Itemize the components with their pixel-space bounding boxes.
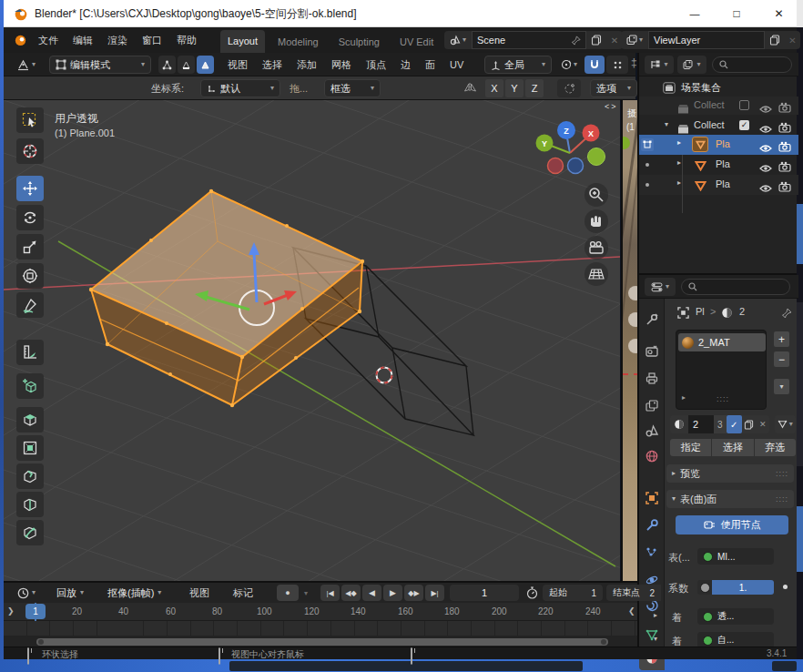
tool-loopcut[interactable]: [16, 492, 44, 517]
surface-panel-header[interactable]: ▾ 表(曲)面 ::::: [666, 490, 794, 508]
chevron-down-icon[interactable]: ▾: [304, 590, 308, 597]
factor-slider[interactable]: 1.: [712, 580, 774, 595]
next-keyframe-button[interactable]: ◆▶: [404, 585, 423, 601]
add-slot-button[interactable]: +: [774, 331, 789, 347]
viewlayer-new-button[interactable]: [765, 31, 785, 49]
play-reverse-button[interactable]: ◀: [362, 585, 381, 601]
hide-eye-icon[interactable]: [759, 101, 772, 117]
collection-checkbox-checked[interactable]: ✓: [739, 120, 749, 130]
tool-inset[interactable]: [16, 435, 44, 461]
coord-dropdown[interactable]: 默认 ▾: [200, 79, 280, 97]
playback-dropdown[interactable]: 回放 ▾: [51, 585, 89, 601]
tab-object[interactable]: [645, 492, 658, 508]
disable-render-camera-icon[interactable]: [778, 139, 791, 156]
scene-name-field[interactable]: Scene: [472, 31, 586, 49]
properties-editor-button[interactable]: ▾: [645, 278, 676, 296]
select-button[interactable]: 选择: [712, 439, 753, 456]
viewlayer-remove-button[interactable]: ✕: [785, 31, 800, 49]
select-mode-dropdown[interactable]: 框选 ▾: [324, 79, 381, 97]
minimize-button[interactable]: —: [674, 0, 716, 27]
expand-arrow-icon[interactable]: ▾: [665, 121, 668, 128]
disable-render-camera-icon[interactable]: [778, 179, 791, 196]
face-select-button[interactable]: [197, 56, 214, 74]
users-count-badge[interactable]: 3: [714, 415, 727, 433]
end-frame-field[interactable]: 结束点 2: [606, 585, 661, 601]
scene-browse-button[interactable]: ▾: [444, 31, 472, 49]
surface-shader-dropdown[interactable]: MI...: [697, 548, 774, 565]
disable-render-camera-icon[interactable]: [778, 159, 791, 176]
timeline-editor-button[interactable]: ▾: [11, 585, 42, 601]
tab-output[interactable]: [645, 372, 658, 388]
expand-arrow-icon[interactable]: ▸: [677, 159, 681, 167]
outliner-row-object-selected[interactable]: ▸ Pla: [639, 135, 798, 155]
preview-panel-header[interactable]: ▸ 预览 ::::: [666, 464, 794, 483]
shader1-dropdown[interactable]: 透...: [697, 608, 774, 625]
collection-checkbox-unchecked[interactable]: [739, 100, 749, 110]
mirror-x-button[interactable]: X: [485, 79, 503, 97]
mirror-y-button[interactable]: Y: [505, 79, 523, 97]
menu-face[interactable]: 面: [418, 53, 442, 76]
viewlayer-name-field[interactable]: ViewLayer: [648, 31, 765, 49]
proportional-edit-icon[interactable]: ‡: [631, 56, 637, 69]
snap-settings-button[interactable]: [606, 56, 628, 74]
maximize-button[interactable]: □: [716, 0, 757, 27]
tool-cursor[interactable]: [16, 138, 44, 164]
viewlayer-browse-button[interactable]: ▾: [621, 31, 648, 49]
remove-slot-button[interactable]: −: [774, 351, 789, 367]
expand-arrow-icon[interactable]: ▸: [677, 139, 681, 147]
breadcrumb-material[interactable]: 2: [739, 306, 745, 317]
tab-particles[interactable]: [645, 546, 658, 563]
deselect-button[interactable]: 弃选: [755, 439, 796, 456]
material-name-field[interactable]: 2: [688, 415, 714, 433]
outliner-row-collection2[interactable]: ▾ Collect ✓: [639, 117, 798, 135]
tool-annotate[interactable]: [16, 292, 44, 318]
menu-render[interactable]: 渲染: [100, 28, 135, 52]
properties-search[interactable]: [681, 279, 790, 295]
menu-select[interactable]: 选择: [255, 53, 290, 76]
options-dropdown[interactable]: 选项 ▾: [590, 79, 637, 97]
menu-file[interactable]: 文件: [31, 28, 66, 52]
tool-add-cube[interactable]: [16, 373, 44, 399]
tab-render[interactable]: [645, 344, 658, 361]
region-collapse-arrow[interactable]: ❯: [7, 606, 15, 616]
tab-uvedit[interactable]: UV Edit: [392, 30, 441, 54]
close-button[interactable]: ✕: [757, 0, 800, 27]
menu-mesh[interactable]: 网格: [324, 53, 359, 76]
expand-arrow-icon[interactable]: ▸: [677, 179, 681, 187]
current-frame-field[interactable]: 1: [450, 585, 519, 601]
prev-keyframe-button[interactable]: ◀◆: [341, 585, 361, 601]
mirror-z-button[interactable]: Z: [525, 79, 544, 97]
tool-knife[interactable]: [16, 520, 44, 545]
outliner-search[interactable]: [712, 56, 792, 73]
menu-vertex[interactable]: 顶点: [359, 53, 393, 76]
edge-select-button[interactable]: [178, 56, 195, 74]
menu-window[interactable]: 窗口: [135, 28, 169, 52]
outliner-row-object[interactable]: ▸ Pla: [639, 175, 798, 195]
snap-toggle-button[interactable]: [584, 56, 605, 74]
slot-specials-button[interactable]: ▾: [774, 379, 789, 394]
new-material-button[interactable]: [742, 415, 757, 433]
outliner-row-scene-collection[interactable]: 场景集合: [639, 78, 798, 97]
keying-dropdown[interactable]: 抠像(插帧) ▾: [102, 585, 167, 601]
tab-modeling[interactable]: Modeling: [270, 30, 326, 54]
expand-arrow-icon[interactable]: ▸: [654, 612, 657, 619]
hide-eye-icon[interactable]: [759, 180, 772, 197]
region-toggle[interactable]: <>: [605, 102, 618, 111]
tab-tool[interactable]: [645, 313, 658, 330]
tool-select-box[interactable]: [16, 107, 44, 133]
menu-edge[interactable]: 边: [393, 53, 418, 76]
outliner-row-collection1[interactable]: Collect: [639, 97, 798, 115]
use-nodes-button[interactable]: 使用节点: [676, 515, 788, 535]
tab-modifiers[interactable]: [645, 519, 658, 535]
tab-scene[interactable]: [645, 424, 658, 441]
unlink-material-button[interactable]: ✕: [757, 415, 769, 433]
orientation-dropdown[interactable]: 全局 ▾: [484, 56, 552, 74]
outliner-editor-button[interactable]: ▾: [645, 56, 674, 74]
animate-dot-icon[interactable]: [783, 585, 788, 589]
panel-grip[interactable]: ::::: [776, 494, 788, 504]
play-button[interactable]: ▶: [383, 585, 402, 601]
collapse-arrow-icon[interactable]: ▾: [654, 636, 657, 643]
disable-render-camera-icon[interactable]: [778, 100, 791, 117]
timeline-marker-menu[interactable]: 标记: [226, 581, 260, 605]
viewport-strip[interactable]: 摄 (1: [621, 100, 637, 581]
